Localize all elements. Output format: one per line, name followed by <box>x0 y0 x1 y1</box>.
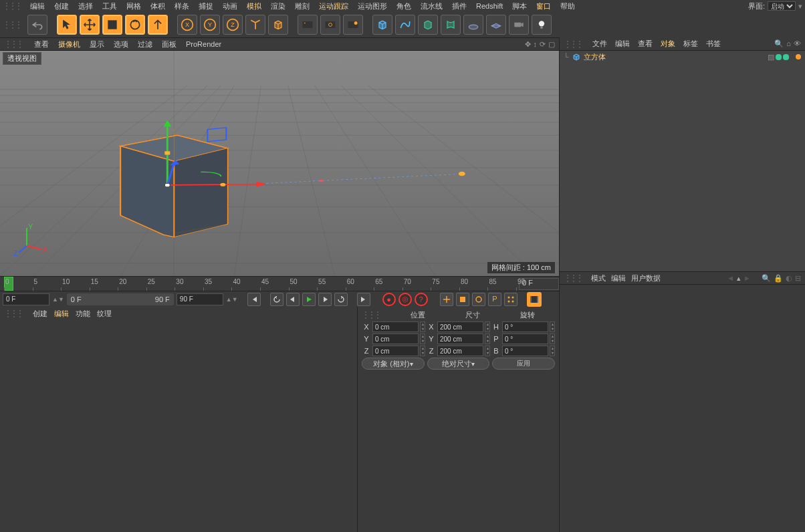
coord-size-dropdown[interactable]: 绝对尺寸 ▾ <box>427 358 490 370</box>
next-key-button[interactable] <box>334 293 348 306</box>
menu-网格[interactable]: 网格 <box>122 1 145 11</box>
vpmenu-ProRender[interactable]: ProRender <box>185 40 223 48</box>
vis-dot-bot[interactable] <box>783 54 789 60</box>
grip-icon[interactable]: ⋮⋮⋮ <box>362 310 380 319</box>
coord-apply-button[interactable]: 应用 <box>492 358 555 370</box>
key-move-button[interactable] <box>440 293 453 306</box>
matmenu-创建[interactable]: 创建 <box>33 309 47 319</box>
render-region-button[interactable] <box>320 15 340 35</box>
stepper[interactable]: ▴▾ <box>550 321 555 332</box>
add-deformer-button[interactable] <box>441 15 461 35</box>
objmenu-对象[interactable]: 对象 <box>659 39 677 49</box>
axis-y-button[interactable]: Y <box>200 15 220 35</box>
keyhelp-button[interactable]: ? <box>415 293 428 306</box>
matmenu-功能[interactable]: 功能 <box>76 309 90 319</box>
stepper[interactable]: ▴▾ <box>485 321 490 332</box>
attrmenu-编辑[interactable]: 编辑 <box>611 273 626 283</box>
render-settings-button[interactable] <box>343 15 363 35</box>
undo-button[interactable] <box>27 15 47 35</box>
vp-toggle-icon[interactable]: ▢ <box>548 40 555 49</box>
add-floor-button[interactable] <box>486 15 506 35</box>
nav-fwd-icon[interactable]: ► <box>743 274 751 283</box>
scale-tool[interactable] <box>102 15 122 35</box>
cube-primitive-button[interactable] <box>268 15 288 35</box>
menu-插件[interactable]: 插件 <box>448 1 471 11</box>
menu-选择[interactable]: 选择 <box>74 1 97 11</box>
vp-zoom-icon[interactable]: ↕ <box>534 40 538 49</box>
tag-dot[interactable] <box>796 54 801 59</box>
grip-icon[interactable]: ⋮⋮⋮ <box>3 1 21 11</box>
coord-system-button[interactable] <box>245 15 265 35</box>
vp-rotate-icon[interactable]: ⟳ <box>540 40 546 49</box>
grip-icon[interactable]: ⋮⋮⋮ <box>3 20 21 29</box>
menu-expand-icon[interactable]: ▾ <box>798 2 802 11</box>
vpmenu-摄像机[interactable]: 摄像机 <box>57 39 82 49</box>
pos-input[interactable]: 0 cm <box>372 346 419 356</box>
nav-up-icon[interactable]: ▴ <box>737 274 741 283</box>
stepper[interactable]: ▴▾ <box>550 346 555 356</box>
add-generator-button[interactable] <box>418 15 438 35</box>
pos-input[interactable]: 0 cm <box>372 334 419 344</box>
menu-脚本[interactable]: 脚本 <box>508 1 531 11</box>
vis-dot-top[interactable] <box>776 54 782 60</box>
record-button[interactable]: ● <box>382 293 396 306</box>
play-button[interactable] <box>302 293 316 306</box>
key-rotate-button[interactable] <box>472 293 485 306</box>
eye-icon[interactable]: 👁 <box>794 39 801 48</box>
key-param-button[interactable]: P <box>488 293 501 306</box>
stepper[interactable]: ▴▾ <box>485 334 490 344</box>
prev-key-button[interactable] <box>270 293 283 306</box>
move-tool[interactable] <box>80 15 100 35</box>
search-icon[interactable]: 🔍 <box>762 274 771 283</box>
home-icon[interactable]: ⌂ <box>786 39 791 48</box>
step-fwd-button[interactable] <box>318 293 332 306</box>
objmenu-标签[interactable]: 标签 <box>682 39 699 49</box>
stepper-icon[interactable]: ▲▼ <box>226 296 238 303</box>
menu-工具[interactable]: 工具 <box>98 1 121 11</box>
menu-运动跟踪[interactable]: 运动跟踪 <box>315 1 352 11</box>
viewport[interactable]: 透视视图 <box>0 51 559 276</box>
object-tree[interactable]: └ 立方体 ▨ <box>560 51 805 271</box>
goto-start-button[interactable] <box>247 293 261 306</box>
autokey-button[interactable]: ◎ <box>398 293 412 306</box>
add-cube-button[interactable] <box>372 15 392 35</box>
vpmenu-面板[interactable]: 面板 <box>160 39 178 49</box>
vpmenu-查看[interactable]: 查看 <box>33 39 50 49</box>
stepper[interactable]: ▴▾ <box>550 334 555 344</box>
step-back-button[interactable] <box>286 293 300 306</box>
grip-icon[interactable]: ⋮⋮⋮ <box>4 39 22 49</box>
range-slider[interactable]: 0 F 90 F <box>67 293 174 305</box>
key-all-button[interactable] <box>504 293 518 306</box>
menu-Redshift[interactable]: Redshift <box>472 2 507 10</box>
goto-end-button[interactable] <box>357 293 370 306</box>
add-environment-button[interactable] <box>463 15 483 35</box>
lock-icon[interactable]: 🔒 <box>774 274 783 283</box>
menu-帮助[interactable]: 帮助 <box>556 1 579 11</box>
vpmenu-过滤[interactable]: 过滤 <box>136 39 154 49</box>
grip-icon[interactable]: ⋮⋮⋮ <box>4 309 22 318</box>
timeline-ruler[interactable]: 051015202530354045505560657075808590 0 F <box>0 276 559 291</box>
animation-layout-button[interactable] <box>527 292 542 307</box>
menu-体积[interactable]: 体积 <box>146 1 169 11</box>
menu-捕捉[interactable]: 捕捉 <box>195 1 217 11</box>
select-tool[interactable] <box>57 15 77 35</box>
size-input[interactable]: 200 cm <box>437 346 483 356</box>
rot-input[interactable]: 0 ° <box>502 321 548 332</box>
menu-样条[interactable]: 样条 <box>170 1 193 11</box>
vpmenu-显示[interactable]: 显示 <box>88 39 106 49</box>
nav-back-icon[interactable]: ◄ <box>727 274 734 283</box>
vp-move-icon[interactable]: ✥ <box>525 40 531 49</box>
attrmenu-模式[interactable]: 模式 <box>591 273 606 283</box>
render-view-button[interactable] <box>298 15 318 35</box>
menu-模拟[interactable]: 模拟 <box>243 1 265 11</box>
recent-tool[interactable] <box>148 15 168 35</box>
add-camera-button[interactable] <box>509 15 529 35</box>
stepper[interactable]: ▴▾ <box>420 346 425 356</box>
stepper[interactable]: ▴▾ <box>420 321 425 332</box>
current-frame-input[interactable] <box>3 293 49 305</box>
object-item-cube[interactable]: └ 立方体 ▨ <box>560 51 805 63</box>
menu-角色[interactable]: 角色 <box>392 1 415 11</box>
menu-雕刻[interactable]: 雕刻 <box>291 1 314 11</box>
rot-input[interactable]: 0 ° <box>502 346 548 356</box>
size-input[interactable]: 200 cm <box>437 334 483 344</box>
